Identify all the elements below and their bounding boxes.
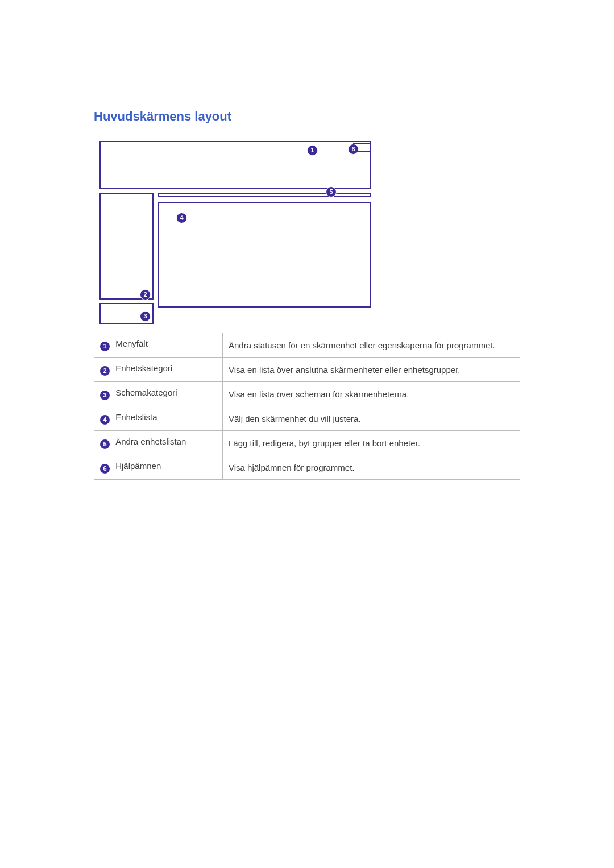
legend-desc: Lägg till, redigera, byt grupper eller t… [223, 431, 520, 455]
callout-1: 1 [307, 145, 318, 156]
legend-row: 2 Enhetskategori Visa en lista över ansl… [94, 358, 520, 382]
diagram-region-menu [99, 141, 371, 189]
callout-5: 5 [326, 186, 337, 197]
legend-name: Ändra enhetslistan [115, 437, 186, 446]
callout-4: 4 [176, 213, 187, 223]
layout-diagram: 1 2 3 4 5 6 [99, 141, 371, 324]
legend-name: Enhetslista [115, 412, 157, 422]
section-title: Huvudskärmens layout [94, 109, 231, 124]
legend-marker: 6 [100, 464, 110, 474]
legend-marker: 5 [100, 439, 110, 449]
diagram-region-toolbar [158, 193, 371, 197]
legend-table: 1 Menyfält Ändra statusen för en skärmen… [94, 333, 520, 480]
legend-desc: Visa hjälpämnen för programmet. [223, 455, 520, 480]
legend-row: 6 Hjälpämnen Visa hjälpämnen för program… [94, 455, 520, 480]
legend-desc: Ändra statusen för en skärmenhet eller e… [223, 333, 520, 358]
diagram-region-devlist [158, 202, 371, 308]
legend-desc: Visa en lista över scheman för skärmenhe… [223, 382, 520, 406]
legend-marker: 3 [100, 391, 110, 400]
legend-name: Hjälpämnen [115, 461, 161, 471]
legend-row: 4 Enhetslista Välj den skärmenhet du vil… [94, 406, 520, 431]
diagram-region-devcat [99, 193, 154, 300]
legend-name: Menyfält [115, 339, 148, 348]
legend-row: 5 Ändra enhetslistan Lägg till, redigera… [94, 431, 520, 455]
callout-2: 2 [140, 289, 151, 300]
legend-marker: 1 [100, 342, 110, 351]
legend-row: 3 Schemakategori Visa en lista över sche… [94, 382, 520, 406]
legend-marker: 4 [100, 415, 110, 425]
legend-row: 1 Menyfält Ändra statusen för en skärmen… [94, 333, 520, 358]
legend-marker: 2 [100, 366, 110, 376]
legend-desc: Välj den skärmenhet du vill justera. [223, 406, 520, 431]
legend-name: Enhetskategori [115, 363, 172, 373]
legend-name: Schemakategori [115, 388, 177, 397]
callout-3: 3 [140, 311, 151, 322]
page: Huvudskärmens layout 1 2 3 4 5 6 1 Menyf… [0, 0, 614, 868]
callout-6: 6 [348, 144, 359, 155]
legend-desc: Visa en lista över anslutna skärmenheter… [223, 358, 520, 382]
